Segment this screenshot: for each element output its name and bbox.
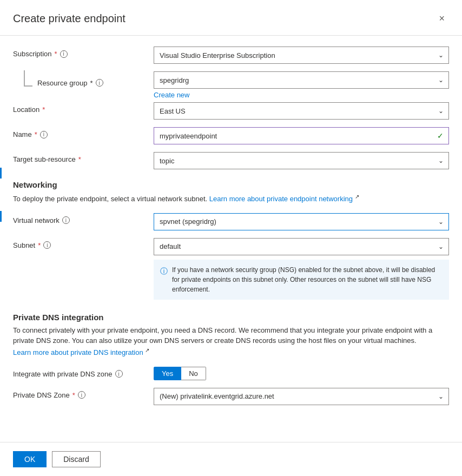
virtual-network-control: spvnet (spegridrg) ⌄ bbox=[154, 213, 449, 230]
private-dns-zone-select[interactable]: (New) privatelink.eventgrid.azure.net bbox=[154, 388, 449, 405]
resource-group-label: Resource group bbox=[37, 79, 88, 87]
private-dns-zone-row: Private DNS Zone * i (New) privatelink.e… bbox=[13, 388, 449, 405]
integrate-dns-info-icon[interactable]: i bbox=[115, 370, 123, 378]
location-select[interactable]: East US bbox=[154, 102, 449, 120]
target-sub-resource-required: * bbox=[78, 155, 81, 163]
toggle-yes-button[interactable]: Yes bbox=[154, 367, 181, 380]
subnet-select[interactable]: default bbox=[154, 238, 449, 255]
subnet-label: Subnet * i bbox=[13, 238, 154, 249]
external-link-icon: ↗ bbox=[355, 194, 359, 200]
dialog-title: Create private endpoint bbox=[13, 12, 126, 25]
resource-group-select[interactable]: spegridrg bbox=[154, 71, 449, 89]
name-control: ✓ bbox=[154, 127, 449, 144]
name-input-wrapper: ✓ bbox=[154, 127, 449, 144]
name-required: * bbox=[35, 130, 37, 138]
virtual-network-select-wrapper: spvnet (spegridrg) ⌄ bbox=[154, 213, 449, 230]
networking-section-title: Networking bbox=[13, 180, 449, 189]
private-dns-zone-required: * bbox=[72, 391, 75, 399]
nsg-info-message: If you have a network security group (NS… bbox=[172, 265, 443, 294]
location-control: East US ⌄ bbox=[154, 102, 449, 120]
resource-group-control: spegridrg ⌄ Create new bbox=[154, 71, 449, 99]
location-required: * bbox=[42, 105, 45, 114]
subscription-select-wrapper: Visual Studio Enterprise Subscription ⌄ bbox=[154, 47, 449, 64]
learn-more-dns-link[interactable]: Learn more about private DNS integration bbox=[13, 348, 143, 356]
name-label: Name * i bbox=[13, 127, 154, 138]
subnet-select-wrapper: default ⌄ bbox=[154, 238, 449, 255]
subscription-info-icon[interactable]: i bbox=[60, 50, 68, 58]
target-sub-resource-select-wrapper: topic ⌄ bbox=[154, 152, 449, 169]
dialog-body: Subscription * i Visual Studio Enterpris… bbox=[0, 36, 462, 442]
name-info-icon[interactable]: i bbox=[40, 131, 48, 138]
nsg-info-box: ⓘ If you have a network security group (… bbox=[154, 260, 449, 300]
virtual-network-select[interactable]: spvnet (spegridrg) bbox=[154, 213, 449, 230]
private-dns-section-desc: To connect privately with your private e… bbox=[13, 325, 449, 358]
location-label: Location * bbox=[13, 102, 154, 114]
subnet-required: * bbox=[38, 241, 41, 249]
resource-group-select-wrapper: spegridrg ⌄ bbox=[154, 71, 449, 89]
resource-group-label-area: Resource group * i bbox=[13, 71, 154, 91]
integrate-dns-label: Integrate with private DNS zone i bbox=[13, 367, 154, 378]
location-row: Location * East US ⌄ bbox=[13, 102, 449, 120]
target-sub-resource-row: Target sub-resource * topic ⌄ bbox=[13, 152, 449, 169]
subscription-control: Visual Studio Enterprise Subscription ⌄ bbox=[154, 47, 449, 64]
private-dns-zone-select-wrapper: (New) privatelink.eventgrid.azure.net ⌄ bbox=[154, 388, 449, 405]
private-dns-zone-control: (New) privatelink.eventgrid.azure.net ⌄ bbox=[154, 388, 449, 405]
name-valid-icon: ✓ bbox=[437, 131, 444, 140]
private-dns-section: Private DNS integration To connect priva… bbox=[13, 313, 449, 358]
integrate-dns-row: Integrate with private DNS zone i Yes No bbox=[13, 367, 449, 380]
dialog-footer: OK Discard bbox=[0, 442, 462, 476]
location-select-wrapper: East US ⌄ bbox=[154, 102, 449, 120]
info-box-icon: ⓘ bbox=[160, 266, 168, 277]
subnet-info-icon[interactable]: i bbox=[43, 241, 51, 249]
networking-section-desc: To deploy the private endpoint, select a… bbox=[13, 193, 449, 204]
private-dns-zone-info-icon[interactable]: i bbox=[78, 391, 85, 399]
toggle-no-button[interactable]: No bbox=[181, 367, 206, 380]
create-new-resource-group-link[interactable]: Create new bbox=[154, 91, 449, 99]
target-sub-resource-control: topic ⌄ bbox=[154, 152, 449, 169]
close-button[interactable]: × bbox=[434, 11, 449, 27]
target-sub-resource-select[interactable]: topic bbox=[154, 152, 449, 169]
ok-button[interactable]: OK bbox=[13, 451, 47, 467]
discard-button[interactable]: Discard bbox=[52, 451, 100, 467]
dns-toggle: Yes No bbox=[154, 367, 449, 380]
resource-group-row: Resource group * i spegridrg ⌄ Create ne… bbox=[13, 71, 449, 99]
resource-group-required: * bbox=[90, 79, 93, 87]
indent-bracket bbox=[24, 70, 32, 87]
subscription-select[interactable]: Visual Studio Enterprise Subscription bbox=[154, 47, 449, 64]
virtual-network-info-icon[interactable]: i bbox=[62, 216, 70, 224]
target-sub-resource-label: Target sub-resource * bbox=[13, 152, 154, 163]
subscription-required: * bbox=[55, 50, 57, 58]
subnet-row: Subnet * i default ⌄ ⓘ If you have a net… bbox=[13, 238, 449, 300]
private-dns-section-title: Private DNS integration bbox=[13, 313, 449, 322]
virtual-network-label: Virtual network i bbox=[13, 213, 154, 224]
networking-section: Networking To deploy the private endpoin… bbox=[13, 180, 449, 204]
name-input[interactable] bbox=[154, 127, 449, 144]
learn-more-networking-link[interactable]: Learn more about private endpoint networ… bbox=[209, 195, 353, 203]
subscription-row: Subscription * i Visual Studio Enterpris… bbox=[13, 47, 449, 64]
resource-group-info-icon[interactable]: i bbox=[96, 79, 103, 87]
integrate-dns-control: Yes No bbox=[154, 367, 449, 380]
virtual-network-row: Virtual network i spvnet (spegridrg) ⌄ bbox=[13, 213, 449, 230]
dialog-header: Create private endpoint × bbox=[0, 0, 462, 36]
private-dns-zone-label: Private DNS Zone * i bbox=[13, 388, 154, 399]
dns-external-link-icon: ↗ bbox=[145, 347, 149, 353]
subscription-label: Subscription * i bbox=[13, 47, 154, 58]
subnet-control: default ⌄ ⓘ If you have a network securi… bbox=[154, 238, 449, 300]
name-row: Name * i ✓ bbox=[13, 127, 449, 144]
